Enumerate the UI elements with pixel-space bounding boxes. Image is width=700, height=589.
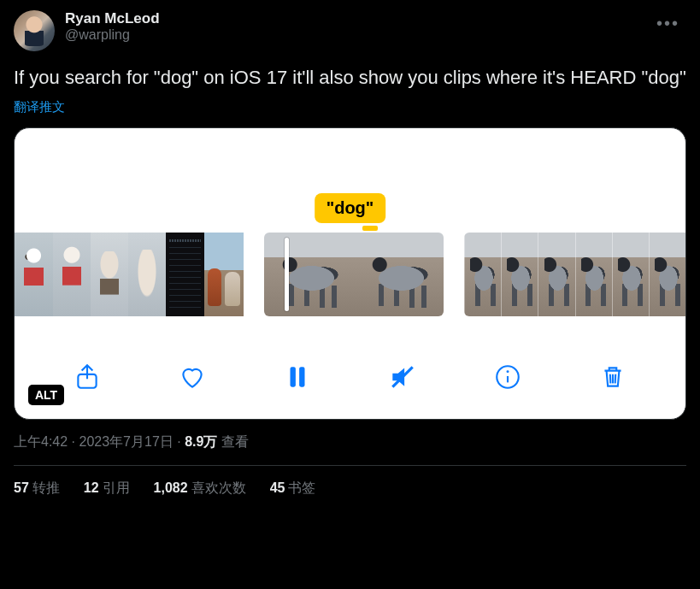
thumbnail[interactable]	[501, 233, 538, 316]
thumbnail[interactable]	[166, 233, 204, 316]
thumbnail[interactable]	[264, 233, 354, 316]
likes-stat[interactable]: 1,082喜欢次数	[154, 480, 246, 498]
thumbnail[interactable]	[649, 233, 685, 316]
svg-rect-2	[299, 367, 304, 386]
likes-label: 喜欢次数	[191, 480, 246, 495]
bookmarks-count: 45	[270, 480, 285, 495]
pause-icon	[283, 362, 312, 392]
translate-link[interactable]: 翻译推文	[14, 99, 65, 115]
scrubber-handle[interactable]	[285, 238, 289, 311]
like-button[interactable]	[175, 360, 209, 394]
info-icon	[493, 362, 522, 392]
alt-badge[interactable]: ALT	[28, 385, 64, 405]
trash-icon	[598, 362, 627, 392]
thumbnail[interactable]	[354, 233, 444, 316]
more-options-button[interactable]: •••	[650, 10, 686, 37]
speaker-muted-icon	[388, 362, 417, 392]
pause-button[interactable]	[280, 360, 315, 394]
tweet-text: If you search for "dog" on iOS 17 it'll …	[14, 65, 686, 91]
more-icon: •••	[656, 14, 679, 32]
quotes-label: 引用	[103, 480, 130, 495]
tweet-date[interactable]: 2023年7月17日	[79, 434, 173, 449]
info-button[interactable]	[491, 360, 525, 394]
display-name: Ryan McLeod	[65, 10, 639, 27]
views-label: 查看	[221, 434, 249, 449]
thumbnail[interactable]	[204, 233, 244, 316]
thumbnail[interactable]	[53, 233, 91, 316]
tweet-stats: 57转推 12引用 1,082喜欢次数 45书签	[14, 466, 686, 498]
share-button[interactable]	[70, 360, 104, 394]
thumbnail[interactable]	[128, 233, 166, 316]
thumbnail[interactable]	[464, 233, 501, 316]
thumbnail[interactable]	[91, 233, 128, 316]
bookmarks-label: 书签	[288, 480, 315, 495]
user-info[interactable]: Ryan McLeod @warpling	[65, 10, 639, 43]
media-card[interactable]: "dog"	[14, 127, 686, 420]
quotes-stat[interactable]: 12引用	[84, 480, 130, 498]
handle: @warpling	[65, 27, 639, 43]
retweets-stat[interactable]: 57转推	[14, 480, 60, 498]
svg-rect-1	[291, 367, 296, 386]
tweet-meta: 上午4:42 · 2023年7月17日 · 8.9万 查看	[14, 433, 686, 451]
thumbnail[interactable]	[538, 233, 574, 316]
retweets-count: 57	[14, 480, 29, 495]
svg-line-9	[615, 374, 615, 384]
tweet-time[interactable]: 上午4:42	[14, 434, 68, 449]
bookmarks-stat[interactable]: 45书签	[270, 480, 316, 498]
thumbnail[interactable]	[612, 233, 649, 316]
clip-group-1[interactable]	[15, 233, 244, 316]
tweet-header: Ryan McLeod @warpling •••	[14, 10, 686, 51]
video-timeline[interactable]	[15, 233, 685, 316]
quotes-count: 12	[84, 480, 99, 495]
clip-group-2[interactable]	[264, 233, 444, 316]
delete-button[interactable]	[596, 360, 630, 394]
svg-line-7	[609, 374, 610, 384]
retweets-label: 转推	[32, 480, 60, 495]
avatar[interactable]	[14, 10, 55, 51]
thumbnail[interactable]	[15, 233, 53, 316]
likes-count: 1,082	[154, 480, 188, 495]
media-toolbar	[15, 340, 685, 419]
views-count: 8.9万	[185, 434, 217, 449]
svg-point-6	[506, 370, 509, 373]
mute-button[interactable]	[385, 360, 420, 394]
playhead-marker	[362, 226, 378, 231]
tweet-container: Ryan McLeod @warpling ••• If you search …	[0, 0, 700, 498]
caption-bubble: "dog"	[315, 193, 386, 223]
heart-icon	[178, 362, 207, 392]
thumbnail[interactable]	[575, 233, 612, 316]
clip-group-3[interactable]	[464, 233, 685, 316]
share-icon	[73, 362, 102, 392]
